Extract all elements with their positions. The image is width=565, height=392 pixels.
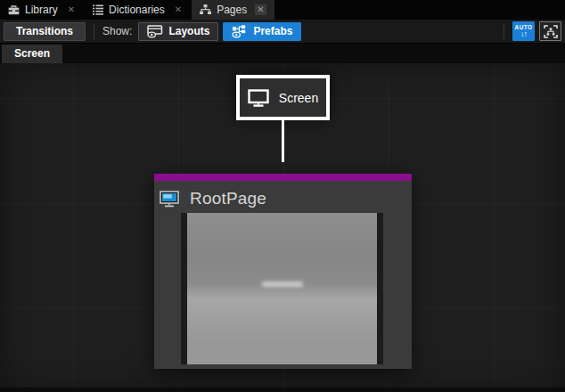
layouts-label: Layouts [168,25,209,37]
page-monitor-icon [160,191,179,208]
screen-node-label: Screen [279,91,318,105]
layouts-toggle-button[interactable]: Layouts [138,22,218,41]
graph-canvas[interactable]: Screen RootPage [0,63,565,392]
list-icon [93,4,103,15]
monitor-icon [248,89,269,107]
close-icon[interactable]: ✕ [173,4,184,15]
breadcrumb-screen-tab[interactable]: Screen [2,45,62,63]
thumbnail-text-smudge [262,282,303,287]
show-label: Show: [102,25,132,37]
prefabs-toggle-button[interactable]: Prefabs [223,22,301,41]
auto-arrows-icon: ↓↑ [520,30,527,38]
toolbox-icon [8,5,20,15]
document-tab-bar: Library ✕ Dictionaries ✕ [0,0,565,20]
prefabs-visibility-icon [232,25,248,38]
sitemap-icon [200,4,211,15]
tab-pages[interactable]: Pages ✕ [192,0,274,20]
breadcrumb: Screen [0,44,565,63]
toolbar-separator [94,24,94,39]
app-window: Library ✕ Dictionaries ✕ [0,0,565,392]
toolbar-separator [504,24,504,39]
tab-dictionaries[interactable]: Dictionaries ✕ [85,0,192,20]
pages-toolbar: Transitions Show: Layouts [0,20,565,44]
auto-arrange-button[interactable]: AUTO ↓↑ [512,21,535,41]
card-title: RootPage [190,189,266,208]
fit-view-icon [544,25,558,38]
rootpage-card[interactable]: RootPage [154,174,412,369]
screen-node[interactable]: Screen [236,75,330,120]
transitions-button[interactable]: Transitions [4,22,86,41]
tab-label: Library [25,4,58,16]
fit-view-button[interactable] [539,21,561,41]
prefabs-label: Prefabs [253,25,292,37]
tab-library[interactable]: Library ✕ [0,0,85,20]
layouts-visibility-icon [147,25,163,38]
tab-label: Pages [217,4,247,16]
close-icon[interactable]: ✕ [66,4,77,15]
close-icon[interactable]: ✕ [255,4,266,15]
card-header: RootPage [154,181,412,208]
thumbnail-right-bar [377,213,383,364]
thumbnail-image [187,213,377,364]
thumbnail-left-bar [181,213,187,364]
page-thumbnail [181,213,383,364]
tab-label: Dictionaries [109,4,165,16]
connector-line [282,120,284,162]
toolbar-right-group: AUTO ↓↑ [495,21,561,41]
card-accent-bar [154,174,412,181]
